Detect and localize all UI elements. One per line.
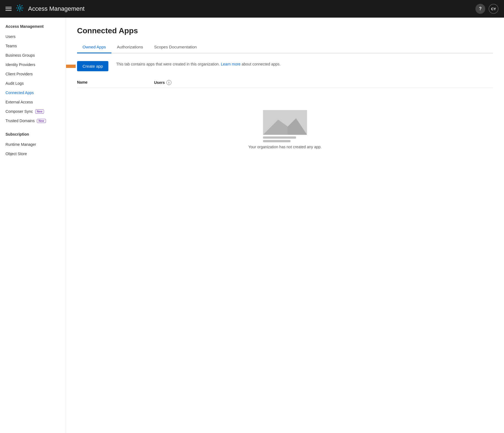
sidebar-link-teams[interactable]: Teams <box>0 41 66 51</box>
create-app-arrow <box>66 61 76 71</box>
sidebar-link-identity-providers[interactable]: Identity Providers <box>0 60 66 69</box>
sidebar-item-composer-sync[interactable]: Composer Sync New <box>0 107 66 116</box>
sidebar-item-trusted-domains[interactable]: Trusted Domains New <box>0 116 66 125</box>
main-content: Connected Apps Owned Apps Authorizations… <box>66 18 504 433</box>
svg-rect-4 <box>66 65 76 68</box>
top-nav: Access Management ? CY <box>0 0 504 18</box>
avatar[interactable]: CY <box>489 4 498 14</box>
sidebar-link-runtime-manager[interactable]: Runtime Manager <box>0 140 66 149</box>
users-info-icon[interactable]: i <box>166 80 171 85</box>
app-title: Access Management <box>28 5 84 12</box>
tabs: Owned Apps Authorizations Scopes Documen… <box>77 42 493 53</box>
tab-scopes-documentation[interactable]: Scopes Documentation <box>149 42 202 53</box>
empty-message: Your organization has not created any ap… <box>248 145 322 149</box>
sidebar-link-users[interactable]: Users <box>0 32 66 41</box>
composer-sync-badge: New <box>35 109 44 114</box>
sidebar-item-client-providers[interactable]: Client Providers <box>0 69 66 79</box>
sidebar-link-client-providers[interactable]: Client Providers <box>0 69 66 79</box>
page-title: Connected Apps <box>77 26 493 35</box>
svg-point-0 <box>19 7 21 9</box>
description-text: This tab contains apps that were created… <box>116 61 281 67</box>
layout: Access Management Users Teams Business G… <box>0 18 504 433</box>
sidebar-item-object-store[interactable]: Object Store <box>0 149 66 158</box>
learn-more-link[interactable]: Learn more <box>221 62 241 66</box>
sidebar-item-runtime-manager[interactable]: Runtime Manager <box>0 140 66 149</box>
col-users-header: Users i <box>154 80 171 85</box>
sidebar-item-connected-apps[interactable]: Connected Apps <box>0 88 66 97</box>
sidebar-item-audit-logs[interactable]: Audit Logs <box>0 79 66 88</box>
create-button-wrapper: Create app <box>77 61 108 71</box>
sidebar: Access Management Users Teams Business G… <box>0 18 66 433</box>
sidebar-link-composer-sync[interactable]: Composer Sync New <box>0 107 66 116</box>
empty-state: Your organization has not created any ap… <box>77 88 493 171</box>
top-row: Create app This tab contains apps that w… <box>77 61 493 71</box>
create-app-button[interactable]: Create app <box>77 61 108 71</box>
sidebar-link-business-groups[interactable]: Business Groups <box>0 51 66 60</box>
empty-image <box>263 110 307 140</box>
placeholder-lines <box>263 136 307 142</box>
sidebar-link-trusted-domains[interactable]: Trusted Domains New <box>0 116 66 125</box>
sidebar-link-object-store[interactable]: Object Store <box>0 149 66 158</box>
sidebar-item-business-groups[interactable]: Business Groups <box>0 51 66 60</box>
sidebar-item-external-access[interactable]: External Access <box>0 97 66 107</box>
menu-button[interactable] <box>6 7 12 11</box>
placeholder-line-1 <box>263 136 296 139</box>
sidebar-item-identity-providers[interactable]: Identity Providers <box>0 60 66 69</box>
placeholder-line-2 <box>263 140 291 142</box>
sidebar-item-teams[interactable]: Teams <box>0 41 66 51</box>
tab-owned-apps[interactable]: Owned Apps <box>77 42 111 53</box>
sidebar-link-connected-apps[interactable]: Connected Apps <box>0 88 66 97</box>
placeholder-svg <box>263 110 307 135</box>
topnav-left: Access Management <box>6 4 84 13</box>
sidebar-subscription-title: Subscription <box>0 132 66 140</box>
table-header: Name Users i <box>77 80 493 88</box>
tab-authorizations[interactable]: Authorizations <box>111 42 149 53</box>
topnav-right: ? CY <box>475 4 498 14</box>
help-button[interactable]: ? <box>475 4 485 14</box>
sidebar-section-title: Access Management <box>0 24 66 32</box>
sidebar-item-users[interactable]: Users <box>0 32 66 41</box>
placeholder-image-bg <box>263 110 307 135</box>
gear-icon <box>16 4 24 13</box>
col-name-header: Name <box>77 80 154 85</box>
sidebar-link-audit-logs[interactable]: Audit Logs <box>0 79 66 88</box>
trusted-domains-badge: New <box>37 119 46 123</box>
sidebar-link-external-access[interactable]: External Access <box>0 97 66 107</box>
